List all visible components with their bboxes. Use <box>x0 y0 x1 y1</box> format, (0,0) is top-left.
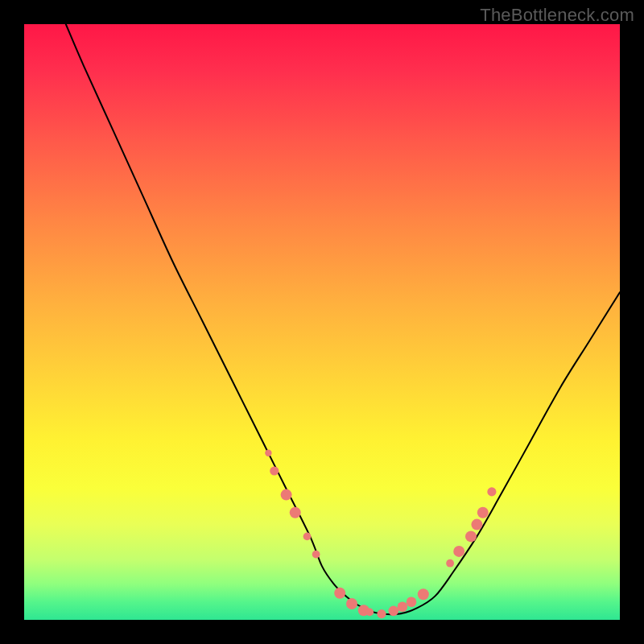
watermark-text: TheBottleneck.com <box>480 5 634 26</box>
data-marker <box>346 598 357 609</box>
data-marker <box>407 597 417 608</box>
data-marker <box>471 519 482 530</box>
data-marker <box>281 489 292 501</box>
data-marker <box>334 588 345 599</box>
data-marker <box>453 546 464 557</box>
data-marker <box>377 609 386 618</box>
data-marker <box>398 601 408 612</box>
data-marker <box>365 609 374 617</box>
chart-frame: TheBottleneck.com <box>0 0 644 644</box>
data-marker <box>290 507 301 518</box>
plot-area <box>24 24 620 620</box>
curve-line <box>66 24 620 614</box>
data-marker <box>465 530 477 542</box>
data-marker <box>487 487 496 496</box>
data-marker <box>265 450 271 456</box>
data-marker <box>312 551 320 559</box>
data-marker <box>303 533 312 541</box>
data-marker <box>477 507 489 518</box>
data-marker <box>389 606 399 617</box>
data-marker <box>446 559 454 568</box>
chart-svg <box>24 24 620 620</box>
data-marker <box>270 466 279 475</box>
data-markers <box>265 450 496 619</box>
data-marker <box>418 588 429 600</box>
